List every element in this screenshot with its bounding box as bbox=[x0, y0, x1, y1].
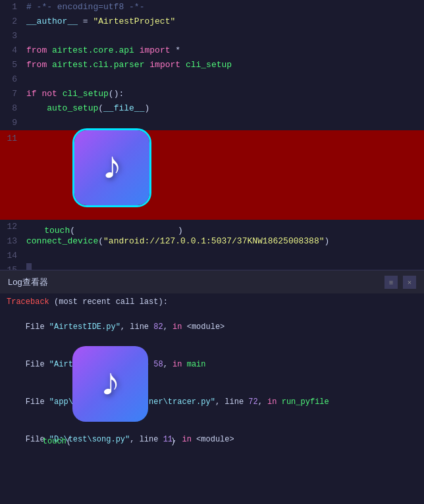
line-content-2: __author__ = "AirtestProject" bbox=[24, 14, 424, 29]
line-4: 4 from airtest.core.api import * bbox=[0, 43, 424, 58]
log-title: Log查看器 bbox=[8, 276, 48, 288]
line-content-7: if not cli_setup(): bbox=[24, 87, 424, 101]
music-icon-bg-log bbox=[72, 346, 148, 422]
line-num-14: 14 bbox=[0, 249, 24, 263]
log-icon-spacer bbox=[0, 459, 424, 504]
line-num-11: 11 bbox=[0, 132, 24, 146]
line-num-12: 12 bbox=[0, 220, 24, 234]
line-num-9: 9 bbox=[0, 116, 24, 130]
line-num-2: 2 bbox=[0, 14, 24, 29]
log-line-2: File "AirtestIDE.py", line 58, in main bbox=[0, 346, 424, 384]
log-controls: ≡ × bbox=[384, 276, 416, 289]
line-num-3: 3 bbox=[0, 29, 24, 43]
traceback-label: Traceback (most recent call last): bbox=[0, 296, 424, 309]
line-8: 8 auto_setup(__file__) bbox=[0, 101, 424, 116]
line-5: 5 from airtest.cli.parser import cli_set… bbox=[0, 58, 424, 72]
line-content-5: from airtest.cli.parser import cli_setup bbox=[24, 58, 424, 72]
line-3: 3 bbox=[0, 29, 424, 43]
touch-line-editor: touch( ) bbox=[24, 209, 183, 253]
code-editor[interactable]: 1 # -*- encoding=utf8 -*- 2 __author__ =… bbox=[0, 0, 424, 270]
log-line-3: File "app\widgets\code_runner\tracer.py"… bbox=[0, 384, 424, 421]
line-content-1: # -*- encoding=utf8 -*- bbox=[24, 0, 424, 14]
line-1: 1 # -*- encoding=utf8 -*- bbox=[0, 0, 424, 14]
log-panel: Traceback (most recent call last): File … bbox=[0, 293, 424, 504]
line-11: 11 bbox=[0, 130, 424, 220]
line-content-4: from airtest.core.api import * bbox=[24, 43, 424, 58]
line-2: 2 __author__ = "AirtestProject" bbox=[0, 14, 424, 29]
line-num-1: 1 bbox=[0, 0, 24, 14]
line-9: 9 bbox=[0, 116, 424, 130]
line-num-5: 5 bbox=[0, 58, 24, 72]
log-expand-button[interactable]: ≡ bbox=[384, 276, 398, 289]
line-num-4: 4 bbox=[0, 43, 24, 58]
log-line-1: File "AirtestIDE.py", line 82, in <modul… bbox=[0, 309, 424, 346]
line-6: 6 bbox=[0, 72, 424, 87]
music-icon-editor bbox=[72, 128, 151, 207]
line-num-13: 13 bbox=[0, 234, 24, 249]
line-content-8: auto_setup(__file__) bbox=[24, 101, 424, 116]
line-content-15 bbox=[24, 263, 424, 270]
log-header: Log查看器 ≡ × bbox=[0, 270, 424, 293]
music-icon-bg-editor bbox=[74, 130, 149, 205]
music-icon-log bbox=[72, 346, 148, 422]
line-num-15: 15 bbox=[0, 263, 24, 270]
log-close-button[interactable]: × bbox=[403, 276, 416, 289]
line-num-7: 7 bbox=[0, 87, 24, 101]
line-7: 7 if not cli_setup(): bbox=[0, 87, 424, 101]
line-num-6: 6 bbox=[0, 72, 24, 87]
line-15: 15 bbox=[0, 263, 424, 270]
line-num-8: 8 bbox=[0, 101, 24, 116]
touch-line-log: touch( ) bbox=[24, 423, 175, 461]
